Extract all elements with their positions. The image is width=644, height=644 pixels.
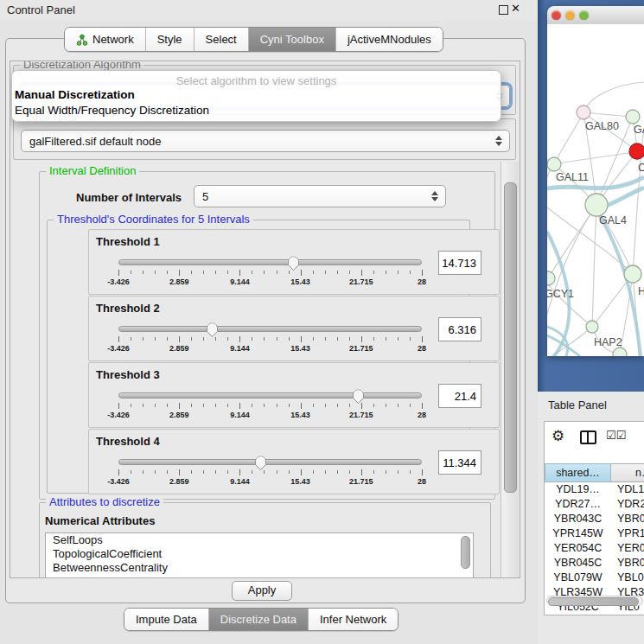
threshold-value-field[interactable]: 21.4 xyxy=(438,384,481,408)
tick-mark xyxy=(277,404,277,407)
threshold-slider[interactable]: -3.4262.8599.14415.4321.71528 xyxy=(118,389,422,424)
network-edge[interactable] xyxy=(554,151,637,164)
tick-mark xyxy=(386,337,386,341)
table-row[interactable]: YPR145WYPR1 xyxy=(545,526,644,541)
tab-impute-data[interactable]: Impute Data xyxy=(124,609,208,630)
close-traffic-light-icon[interactable] xyxy=(552,10,561,20)
red-node[interactable] xyxy=(629,143,644,159)
table-row[interactable]: YDL19…YDL1 xyxy=(545,482,644,497)
table-horizontal-scrollbar-thumb[interactable] xyxy=(548,597,639,606)
attributes-group: Attributes to discretize Numerical Attri… xyxy=(39,502,491,578)
threshold-slider[interactable]: -3.4262.8599.14415.4321.71528 xyxy=(118,456,422,490)
table-panel: Table Panel ⚙ ☑☑ shared… n… YDL19…YDL1YD… xyxy=(538,392,644,644)
tick-mark xyxy=(252,337,252,341)
network-canvas[interactable]: GAL80GACGAL11GAL4GCY1HHAP2 xyxy=(547,24,644,356)
tab-jactivemnodules[interactable]: jActiveMNodules xyxy=(335,28,443,51)
float-window-icon[interactable] xyxy=(499,5,508,15)
cell-name[interactable]: YBR0 xyxy=(611,512,644,526)
table-row[interactable]: YBR045CYBR0 xyxy=(545,556,644,571)
main-scrollbar[interactable] xyxy=(501,162,519,577)
gear-icon[interactable]: ⚙ xyxy=(552,427,564,445)
tick-mark xyxy=(386,404,386,407)
slider-thumb[interactable] xyxy=(287,255,300,271)
threshold-value-field[interactable]: 11.344 xyxy=(438,450,481,475)
numerical-attributes-list[interactable]: SelfLoopsTopologicalCoefficientBetweenne… xyxy=(45,532,474,578)
zoom-traffic-light-icon[interactable] xyxy=(579,10,589,20)
algorithm-option-manual[interactable]: Manual Discretization xyxy=(15,88,135,101)
tick-mark xyxy=(191,337,192,341)
cell-name[interactable]: YBR0 xyxy=(611,556,644,571)
cell-name[interactable]: YER0 xyxy=(611,541,644,556)
list-scrollbar[interactable] xyxy=(461,536,470,569)
cell-shared-name[interactable]: YER054C xyxy=(545,541,611,556)
tab-cyni-toolbox[interactable]: Cyni Toolbox xyxy=(248,28,335,51)
GAL11-node[interactable] xyxy=(547,157,561,171)
GA-node[interactable] xyxy=(626,110,640,124)
minimize-traffic-light-icon[interactable] xyxy=(565,10,575,20)
attribute-item[interactable]: TopologicalCoefficient xyxy=(46,547,473,561)
partial-node[interactable] xyxy=(613,348,627,356)
close-icon[interactable]: ✕ xyxy=(511,2,520,15)
tab-style[interactable]: Style xyxy=(145,28,194,51)
cell-shared-name[interactable]: YBR045C xyxy=(545,556,611,571)
threshold-value-field[interactable]: 6.316 xyxy=(438,317,481,341)
cell-name[interactable]: YBL0 xyxy=(611,571,644,585)
HAP2-node[interactable] xyxy=(586,321,598,333)
cell-shared-name[interactable]: YDL19… xyxy=(545,482,611,497)
algorithm-option-equal-width[interactable]: Equal Width/Frequency Discretization xyxy=(15,104,209,117)
threshold-slider[interactable]: -3.4262.8599.14415.4321.71528 xyxy=(118,256,422,290)
cell-shared-name[interactable]: YBR043C xyxy=(545,512,611,526)
slider-thumb[interactable] xyxy=(254,455,267,471)
tick-mark xyxy=(239,469,240,475)
table-horizontal-scrollbar[interactable] xyxy=(546,596,643,606)
GCY1-node[interactable] xyxy=(547,271,555,285)
GAL4-node[interactable] xyxy=(585,194,608,216)
table-row[interactable]: YBR043CYBR0 xyxy=(545,512,644,526)
tick-mark xyxy=(203,271,204,274)
split-columns-icon[interactable] xyxy=(580,430,596,444)
tick-mark xyxy=(179,403,180,409)
tab-select[interactable]: Select xyxy=(194,28,248,51)
cell-shared-name[interactable]: YBL079W xyxy=(545,571,611,585)
threshold-value-field[interactable]: 14.713 xyxy=(438,251,481,275)
slider-thumb[interactable] xyxy=(206,322,219,338)
tick-mark xyxy=(252,404,252,407)
cell-shared-name[interactable]: YDR27… xyxy=(545,497,611,512)
network-edge[interactable] xyxy=(554,112,583,164)
column-header-name[interactable]: n… xyxy=(611,463,644,482)
threshold-slider[interactable]: -3.4262.8599.14415.4321.71528 xyxy=(118,322,422,357)
slider-thumb[interactable] xyxy=(352,388,365,405)
tick-mark xyxy=(191,470,192,474)
cell-name[interactable]: YPR1 xyxy=(611,526,644,541)
number-of-intervals-combobox[interactable]: 5 xyxy=(194,185,446,207)
tab-discretize-data[interactable]: Discretize Data xyxy=(208,609,308,630)
checked-boxes-icon[interactable]: ☑☑ xyxy=(606,429,626,442)
network-window-titlebar[interactable] xyxy=(547,6,644,25)
network-edge[interactable] xyxy=(583,82,644,112)
tab-infer-network[interactable]: Infer Network xyxy=(308,609,398,630)
attribute-item[interactable]: BetweennessCentrality xyxy=(46,561,473,575)
tick-mark xyxy=(143,337,143,341)
table-data-combobox[interactable]: galFiltered.sif default node xyxy=(21,130,510,152)
tick-label: 15.43 xyxy=(290,477,310,486)
tick-mark xyxy=(301,336,302,342)
tick-mark xyxy=(264,337,265,341)
GAL80-node[interactable] xyxy=(577,105,590,119)
attribute-item[interactable]: SelfLoops xyxy=(46,533,473,547)
table-row[interactable]: YBL079WYBL0 xyxy=(545,571,644,585)
network-edge[interactable] xyxy=(599,214,641,356)
H-node[interactable] xyxy=(624,265,641,283)
cell-shared-name[interactable]: YPR145W xyxy=(545,526,611,541)
apply-button[interactable]: Apply xyxy=(232,581,292,601)
table-row[interactable]: YER054CYER0 xyxy=(545,541,644,556)
column-header-shared-name[interactable]: shared… xyxy=(545,463,611,482)
cell-name[interactable]: YDR2 xyxy=(611,497,644,512)
slider-ticks xyxy=(118,389,422,424)
tab-network[interactable]: Network xyxy=(65,28,145,51)
network-edge[interactable] xyxy=(592,205,596,327)
threshold-label: Threshold 3 xyxy=(96,368,160,381)
cell-name[interactable]: YDL1 xyxy=(611,482,644,497)
main-scrollbar-thumb[interactable] xyxy=(504,182,517,493)
tick-mark xyxy=(203,404,204,407)
table-row[interactable]: YDR27…YDR2 xyxy=(545,497,644,512)
